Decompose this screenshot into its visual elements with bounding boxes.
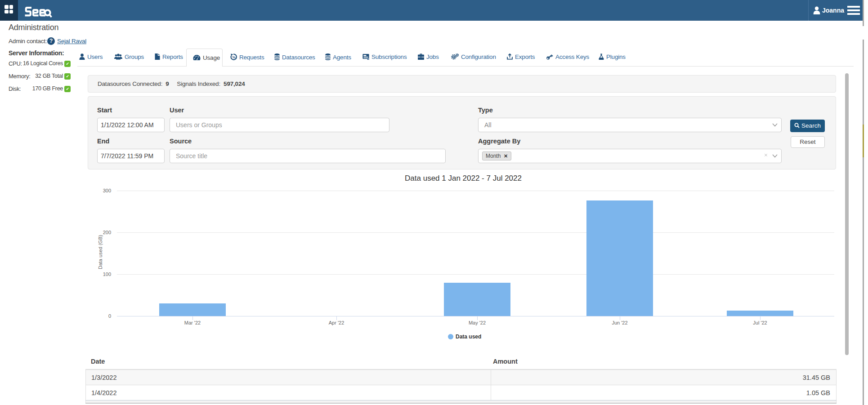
- svg-text:%: %: [368, 58, 369, 60]
- svg-text:%: %: [232, 55, 235, 59]
